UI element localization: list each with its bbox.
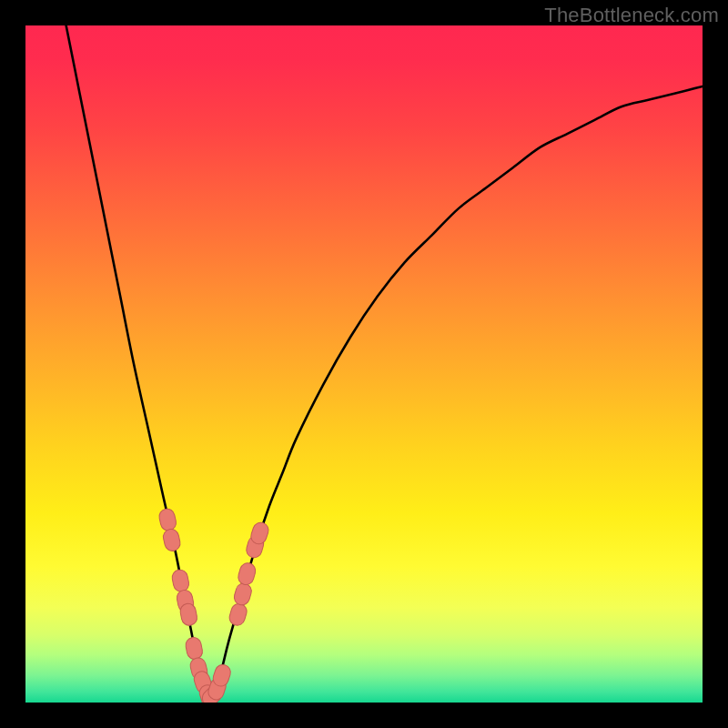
chart-svg	[25, 25, 703, 703]
marker	[232, 581, 253, 607]
bottleneck-curve	[66, 25, 703, 696]
marker-cluster	[157, 508, 270, 703]
marker	[157, 508, 177, 532]
marker	[228, 602, 248, 627]
marker	[237, 561, 258, 587]
marker	[171, 569, 190, 593]
marker	[162, 528, 182, 552]
marker	[185, 636, 204, 661]
plot-area	[25, 25, 703, 703]
watermark-text: TheBottleneck.com	[544, 4, 719, 27]
chart-stage: TheBottleneck.com	[0, 0, 728, 728]
